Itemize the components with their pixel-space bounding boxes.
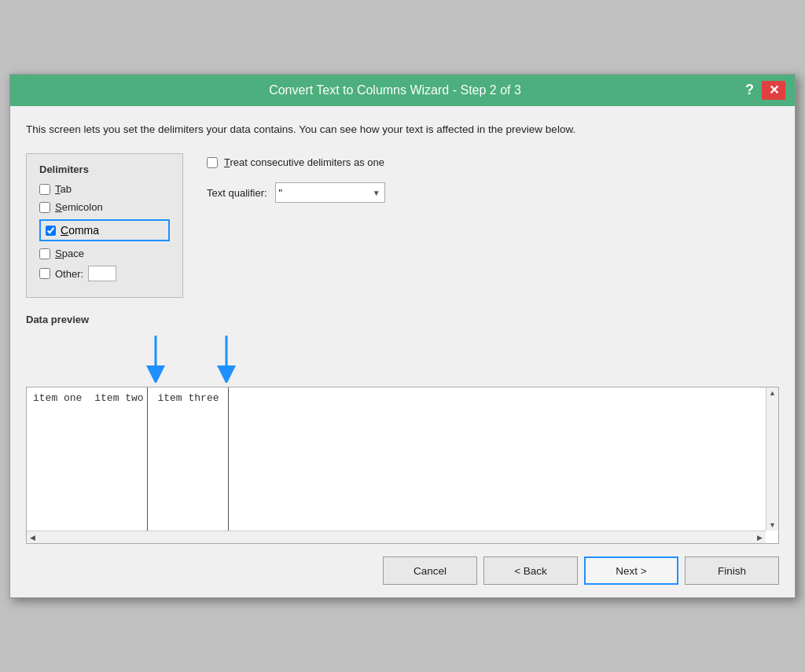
bottom-bar: Cancel < Back Next > Finish bbox=[10, 544, 795, 597]
next-button[interactable]: Next > bbox=[584, 556, 678, 585]
space-label[interactable]: Space bbox=[55, 248, 84, 259]
dialog-title: Convert Text to Columns Wizard - Step 2 … bbox=[48, 83, 742, 97]
data-preview-label: Data preview bbox=[26, 314, 779, 325]
preview-scrollbar-right: ▲ ▼ bbox=[766, 387, 778, 531]
col-divider-1 bbox=[147, 387, 148, 543]
delimiters-label: Delimiters bbox=[39, 163, 170, 175]
title-bar: Convert Text to Columns Wizard - Step 2 … bbox=[10, 75, 795, 106]
arrow1-icon bbox=[140, 332, 171, 383]
other-input[interactable] bbox=[88, 266, 116, 281]
space-underline: S bbox=[55, 248, 62, 259]
tab-row: Tab bbox=[39, 183, 170, 195]
dialog-body: This screen lets you set the delimiters … bbox=[10, 106, 795, 544]
data-preview-section: Data preview bbox=[26, 314, 779, 544]
back-button[interactable]: < Back bbox=[483, 556, 578, 585]
arrows-area bbox=[26, 332, 779, 387]
comma-label[interactable]: Comma bbox=[61, 224, 99, 237]
semicolon-label[interactable]: Semicolon bbox=[55, 201, 103, 213]
space-row: Space bbox=[39, 248, 170, 259]
description-text: This screen lets you set the delimiters … bbox=[26, 122, 779, 138]
comma-underline: C bbox=[61, 224, 68, 237]
help-button[interactable]: ? bbox=[742, 82, 757, 98]
comma-checkbox[interactable] bbox=[46, 226, 56, 236]
preview-col1: item one bbox=[33, 392, 82, 404]
title-bar-buttons: ? ✕ bbox=[742, 81, 785, 100]
text-qualifier-row: Text qualifier: " ' {none} bbox=[207, 182, 779, 203]
semicolon-row: Semicolon bbox=[39, 201, 170, 213]
main-content: Delimiters Tab Semicolon Comma Space bbox=[26, 153, 779, 298]
arrow2-icon bbox=[211, 332, 242, 383]
other-row: Other: bbox=[39, 266, 170, 281]
semicolon-checkbox[interactable] bbox=[39, 202, 50, 213]
tab-underline: T bbox=[55, 183, 61, 195]
finish-button[interactable]: Finish bbox=[685, 556, 779, 585]
scroll-up-button[interactable]: ▲ bbox=[766, 387, 779, 398]
preview-scrollbar-bottom: ◀ ▶ bbox=[27, 531, 766, 543]
treat-consecutive-checkbox[interactable] bbox=[207, 157, 218, 168]
preview-content: item one item two item three bbox=[27, 387, 778, 409]
data-preview-area: item one item two item three ▲ ▼ ◀ ▶ bbox=[26, 387, 779, 544]
scroll-right-button[interactable]: ▶ bbox=[754, 532, 766, 543]
text-qualifier-select-wrapper: " ' {none} bbox=[275, 182, 385, 203]
preview-col3: item three bbox=[157, 392, 219, 404]
other-checkbox[interactable] bbox=[39, 268, 50, 279]
tab-checkbox[interactable] bbox=[39, 184, 50, 195]
treat-underline: T bbox=[224, 156, 230, 168]
close-button[interactable]: ✕ bbox=[762, 81, 785, 100]
col-divider-2 bbox=[228, 387, 229, 543]
comma-row: Comma bbox=[39, 219, 170, 241]
scroll-left-button[interactable]: ◀ bbox=[27, 532, 39, 543]
dialog-window: Convert Text to Columns Wizard - Step 2 … bbox=[9, 74, 796, 598]
space-checkbox[interactable] bbox=[39, 248, 50, 259]
text-qualifier-select[interactable]: " ' {none} bbox=[275, 182, 385, 203]
delimiters-section: Delimiters Tab Semicolon Comma Space bbox=[26, 153, 183, 298]
semicolon-underline: S bbox=[55, 201, 62, 213]
right-section: Treat consecutive delimiters as one Text… bbox=[207, 153, 779, 298]
text-qualifier-label: Text qualifier: bbox=[207, 187, 267, 199]
tab-label[interactable]: Tab bbox=[55, 183, 72, 195]
scroll-down-button[interactable]: ▼ bbox=[766, 520, 779, 531]
other-label[interactable]: Other: bbox=[55, 268, 83, 280]
treat-consecutive-row: Treat consecutive delimiters as one bbox=[207, 156, 779, 168]
treat-consecutive-label[interactable]: Treat consecutive delimiters as one bbox=[224, 156, 384, 168]
cancel-button[interactable]: Cancel bbox=[383, 556, 477, 585]
preview-col2: item two bbox=[94, 392, 143, 404]
